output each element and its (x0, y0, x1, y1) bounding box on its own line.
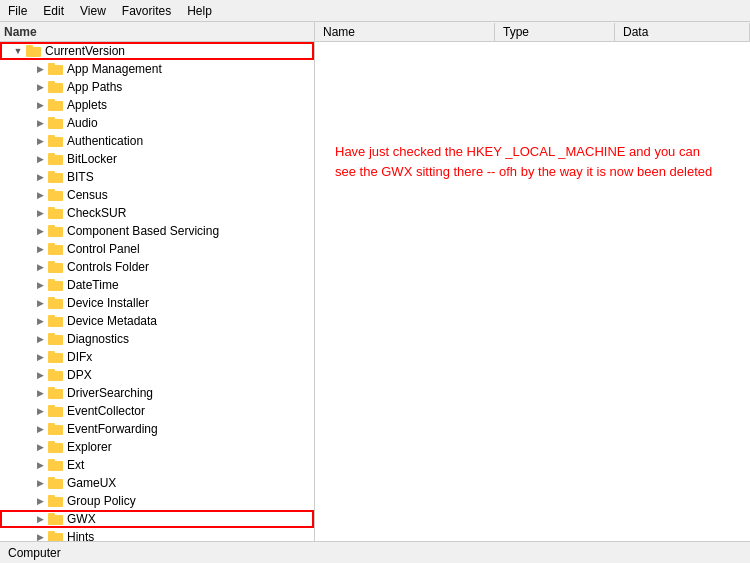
folder-icon (48, 116, 64, 130)
folder-icon (48, 422, 64, 436)
tree-item[interactable]: ▶Ext (0, 456, 314, 474)
tree-item[interactable]: ▶DateTime (0, 276, 314, 294)
tree-item[interactable]: ▶Explorer (0, 438, 314, 456)
svg-rect-11 (48, 137, 63, 147)
tree-expander[interactable]: ▶ (32, 133, 48, 149)
tree-item[interactable]: ▶App Management (0, 60, 314, 78)
tree-item[interactable]: ▶EventCollector (0, 402, 314, 420)
svg-rect-35 (48, 353, 63, 363)
tree-expander[interactable]: ▶ (32, 385, 48, 401)
svg-rect-29 (48, 299, 63, 309)
tree-item[interactable]: ▶Device Metadata (0, 312, 314, 330)
tree-expander[interactable]: ▶ (32, 493, 48, 509)
tree-expander[interactable]: ▶ (32, 223, 48, 239)
tree-item[interactable]: ▼CurrentVersion (0, 42, 314, 60)
tree-item[interactable]: ▶CheckSUR (0, 204, 314, 222)
tree-item[interactable]: ▶BITS (0, 168, 314, 186)
tree-expander[interactable]: ▶ (32, 79, 48, 95)
svg-rect-21 (48, 227, 63, 237)
svg-rect-13 (48, 155, 63, 165)
tree-item[interactable]: ▶Applets (0, 96, 314, 114)
tree-expander[interactable]: ▶ (32, 205, 48, 221)
svg-rect-47 (48, 461, 63, 471)
svg-rect-15 (48, 173, 63, 183)
tree-expander[interactable]: ▶ (32, 403, 48, 419)
tree-panel[interactable]: Name ▼CurrentVersion▶App Management▶App … (0, 22, 315, 541)
svg-rect-41 (48, 407, 63, 417)
tree-item[interactable]: ▶GWX (0, 510, 314, 528)
tree-item[interactable]: ▶Diagnostics (0, 330, 314, 348)
folder-icon (48, 476, 64, 490)
menu-file[interactable]: File (0, 2, 35, 20)
folder-icon (48, 332, 64, 346)
tree-item[interactable]: ▶Controls Folder (0, 258, 314, 276)
tree-expander[interactable]: ▶ (32, 421, 48, 437)
tree-item[interactable]: ▶DIFx (0, 348, 314, 366)
tree-label: Component Based Servicing (67, 224, 219, 238)
svg-rect-53 (48, 515, 63, 525)
tree-expander[interactable]: ▶ (32, 475, 48, 491)
tree-label: App Management (67, 62, 162, 76)
tree-item[interactable]: ▶DriverSearching (0, 384, 314, 402)
tree-expander[interactable]: ▶ (32, 115, 48, 131)
folder-icon (48, 62, 64, 76)
col-type-header: Type (495, 23, 615, 41)
tree-label: BITS (67, 170, 94, 184)
tree-expander[interactable]: ▼ (10, 43, 26, 59)
tree-item[interactable]: ▶Group Policy (0, 492, 314, 510)
tree-item[interactable]: ▶Component Based Servicing (0, 222, 314, 240)
tree-label: Authentication (67, 134, 143, 148)
tree-expander[interactable]: ▶ (32, 187, 48, 203)
tree-label: Device Metadata (67, 314, 157, 328)
tree-expander[interactable]: ▶ (32, 97, 48, 113)
tree-expander[interactable]: ▶ (32, 295, 48, 311)
folder-icon (48, 170, 64, 184)
tree-expander[interactable]: ▶ (32, 151, 48, 167)
tree-label: BitLocker (67, 152, 117, 166)
tree-container: ▼CurrentVersion▶App Management▶App Paths… (0, 42, 314, 541)
tree-expander[interactable]: ▶ (32, 277, 48, 293)
svg-rect-5 (48, 83, 63, 93)
right-panel: Name Type Data Have just checked the HKE… (315, 22, 750, 541)
menu-view[interactable]: View (72, 2, 114, 20)
tree-expander[interactable]: ▶ (32, 439, 48, 455)
tree-expander[interactable]: ▶ (32, 529, 48, 541)
tree-item[interactable]: ▶GameUX (0, 474, 314, 492)
svg-rect-25 (48, 263, 63, 273)
tree-item[interactable]: ▶BitLocker (0, 150, 314, 168)
tree-label: App Paths (67, 80, 122, 94)
tree-item[interactable]: ▶Authentication (0, 132, 314, 150)
annotation-text: Have just checked the HKEY _LOCAL _MACHI… (335, 142, 715, 181)
tree-expander[interactable]: ▶ (32, 457, 48, 473)
folder-icon (48, 494, 64, 508)
tree-expander[interactable]: ▶ (32, 241, 48, 257)
menu-help[interactable]: Help (179, 2, 220, 20)
tree-expander[interactable]: ▶ (32, 367, 48, 383)
tree-item[interactable]: ▶EventForwarding (0, 420, 314, 438)
tree-expander[interactable]: ▶ (32, 169, 48, 185)
tree-label: Explorer (67, 440, 112, 454)
tree-item[interactable]: ▶App Paths (0, 78, 314, 96)
folder-icon (48, 368, 64, 382)
tree-expander[interactable]: ▶ (32, 511, 48, 527)
tree-expander[interactable]: ▶ (32, 313, 48, 329)
menu-edit[interactable]: Edit (35, 2, 72, 20)
svg-rect-1 (26, 47, 41, 57)
menu-favorites[interactable]: Favorites (114, 2, 179, 20)
tree-item[interactable]: ▶Census (0, 186, 314, 204)
tree-item[interactable]: ▶Hints (0, 528, 314, 541)
svg-rect-7 (48, 101, 63, 111)
svg-rect-51 (48, 497, 63, 507)
tree-item[interactable]: ▶Audio (0, 114, 314, 132)
tree-expander[interactable]: ▶ (32, 61, 48, 77)
folder-icon (48, 260, 64, 274)
tree-expander[interactable]: ▶ (32, 331, 48, 347)
tree-item[interactable]: ▶DPX (0, 366, 314, 384)
tree-expander[interactable]: ▶ (32, 349, 48, 365)
folder-icon (48, 296, 64, 310)
svg-rect-37 (48, 371, 63, 381)
tree-item[interactable]: ▶Device Installer (0, 294, 314, 312)
tree-expander[interactable]: ▶ (32, 259, 48, 275)
svg-rect-3 (48, 65, 63, 75)
tree-item[interactable]: ▶Control Panel (0, 240, 314, 258)
